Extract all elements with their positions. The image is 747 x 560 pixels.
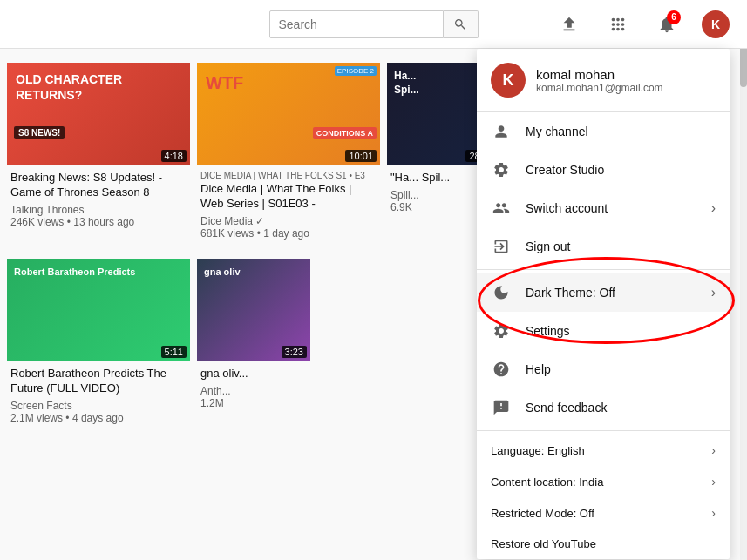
- restricted-mode-label: Restricted Mode: Off: [491, 507, 711, 520]
- dark-theme-item[interactable]: Dark Theme: Off ›: [477, 273, 730, 312]
- notification-button[interactable]: 6: [649, 7, 684, 42]
- avatar: K: [702, 10, 730, 38]
- my-channel-item[interactable]: My channel: [477, 112, 730, 151]
- moon-icon: [491, 282, 512, 303]
- video-meta: 2.1M views • 4 days ago: [10, 412, 187, 424]
- restricted-mode-arrow-icon: ›: [711, 506, 716, 520]
- video-title: Breaking News: S8 Updates! - Game of Thr…: [10, 171, 187, 200]
- language-arrow-icon: ›: [711, 443, 716, 457]
- list-item: WTF CONDITIONS A EPISODE 2 10:01 DICE ME…: [197, 63, 380, 245]
- video-thumbnail[interactable]: Robert Baratheon Predicts 5:11: [7, 259, 190, 361]
- video-thumbnail[interactable]: gna oliv 3:23: [197, 259, 310, 361]
- video-duration: 4:18: [161, 150, 187, 162]
- search-button[interactable]: [444, 10, 479, 38]
- dark-theme-arrow-icon: ›: [711, 285, 716, 300]
- language-item[interactable]: Language: English ›: [477, 435, 730, 466]
- video-series: DICE MEDIA | WHAT THE FOLKS S1 • E3: [200, 171, 377, 180]
- switch-account-item[interactable]: Switch account ›: [477, 189, 730, 227]
- restore-youtube-label: Restore old YouTube: [491, 537, 716, 550]
- search-input[interactable]: [269, 10, 444, 38]
- settings-label: Settings: [526, 324, 716, 338]
- video-title: Robert Baratheon Predicts The Future (FU…: [10, 367, 187, 396]
- feedback-item[interactable]: Send feedback: [477, 388, 730, 427]
- feedback-icon: [491, 397, 512, 418]
- user-email: komal.mohan1@gmail.com: [536, 82, 663, 94]
- video-channel: Screen Facts: [10, 400, 187, 412]
- user-avatar-button[interactable]: K: [698, 7, 733, 42]
- video-channel: Anth...: [200, 385, 307, 397]
- divider-2: [477, 430, 730, 431]
- dropdown-header: K komal mohan komal.mohan1@gmail.com: [477, 49, 730, 112]
- user-info: komal mohan komal.mohan1@gmail.com: [536, 67, 663, 94]
- restricted-mode-item[interactable]: Restricted Mode: Off ›: [477, 497, 730, 529]
- switch-account-label: Switch account: [526, 201, 711, 215]
- feedback-label: Send feedback: [526, 401, 716, 415]
- video-channel: Talking Thrones: [10, 204, 187, 216]
- help-label: Help: [526, 362, 716, 376]
- help-item[interactable]: Help: [477, 350, 730, 388]
- scrollbar[interactable]: [740, 0, 747, 560]
- list-item: gna oliv 3:23 gna oliv... Anth... 1.2M: [197, 259, 310, 429]
- restore-youtube-item[interactable]: Restore old YouTube: [477, 529, 730, 559]
- sign-out-label: Sign out: [526, 240, 716, 253]
- divider-1: [477, 269, 730, 270]
- creator-studio-icon: [491, 159, 512, 180]
- content-location-arrow-icon: ›: [711, 475, 716, 489]
- signout-icon: [491, 236, 512, 257]
- language-label: Language: English: [491, 444, 711, 457]
- settings-item[interactable]: Settings: [477, 312, 730, 350]
- dark-theme-label: Dark Theme: Off: [526, 286, 711, 300]
- content-location-label: Content location: India: [491, 476, 711, 489]
- notification-badge: 6: [667, 10, 681, 24]
- sign-out-item[interactable]: Sign out: [477, 227, 730, 266]
- apps-button[interactable]: [601, 7, 635, 42]
- settings-icon: [491, 320, 512, 341]
- list-item: OLD CHARACTER RETURNS? S8 NEWS! 4:18 Bre…: [7, 63, 190, 245]
- video-meta: 1.2M: [200, 397, 307, 409]
- header-icons: 6 K: [552, 7, 733, 42]
- video-title: gna oliv...: [200, 367, 307, 381]
- help-icon: [491, 359, 512, 380]
- content-location-item[interactable]: Content location: India ›: [477, 466, 730, 497]
- video-duration: 3:23: [282, 346, 307, 358]
- video-duration: 5:11: [161, 346, 187, 358]
- video-channel: Dice Media ✓: [200, 215, 377, 227]
- switch-arrow-icon: ›: [711, 200, 716, 216]
- page-header: 6 K: [0, 0, 747, 49]
- dropdown-avatar: K: [491, 63, 526, 98]
- user-name: komal mohan: [536, 67, 663, 82]
- upload-button[interactable]: [552, 7, 587, 42]
- search-area: [269, 10, 479, 38]
- person-icon: [491, 121, 512, 142]
- switch-icon: [491, 198, 512, 219]
- video-title: Dice Media | What The Folks | Web Series…: [200, 182, 377, 212]
- video-meta: 246K views • 13 hours ago: [10, 216, 187, 228]
- creator-studio-item[interactable]: Creator Studio: [477, 151, 730, 189]
- video-thumbnail[interactable]: OLD CHARACTER RETURNS? S8 NEWS! 4:18: [7, 63, 190, 165]
- video-meta: 681K views • 1 day ago: [200, 227, 377, 240]
- video-thumbnail[interactable]: WTF CONDITIONS A EPISODE 2 10:01: [197, 63, 380, 165]
- video-duration: 10:01: [345, 150, 377, 162]
- my-channel-label: My channel: [526, 125, 716, 138]
- list-item: Robert Baratheon Predicts 5:11 Robert Ba…: [7, 259, 190, 429]
- user-dropdown: K komal mohan komal.mohan1@gmail.com My …: [477, 49, 730, 559]
- creator-studio-label: Creator Studio: [526, 163, 716, 177]
